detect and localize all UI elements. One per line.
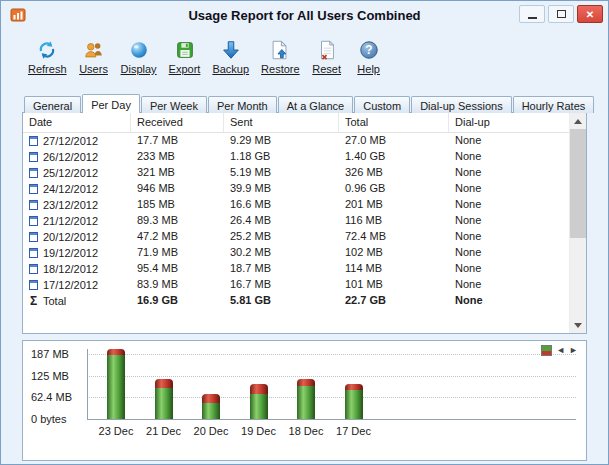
dialup-cell: None xyxy=(449,197,569,213)
total-cell: 27.0 MB xyxy=(339,133,449,149)
tab-per-week[interactable]: Per Week xyxy=(141,96,207,113)
backup-button[interactable]: Backup xyxy=(207,35,254,77)
tab-hourly-rates[interactable]: Hourly Rates xyxy=(513,96,595,113)
sent-bar-segment xyxy=(202,394,220,403)
table-row[interactable]: 20/12/201247.2 MB25.2 MB72.4 MBNone xyxy=(23,229,569,245)
scroll-left-arrow-icon[interactable]: ◄ xyxy=(556,346,565,355)
help-label: Help xyxy=(357,63,380,75)
y-axis-tick-label: 62.4 MB xyxy=(31,391,72,403)
display-button[interactable]: Display xyxy=(116,35,162,77)
col-header-date[interactable]: Date xyxy=(23,113,131,132)
refresh-button[interactable]: Refresh xyxy=(23,35,72,77)
table-row[interactable]: 18/12/201295.4 MB18.7 MB114 MBNone xyxy=(23,261,569,277)
scrollbar-track[interactable] xyxy=(570,129,586,317)
total-cell: 116 MB xyxy=(339,213,449,229)
gridline xyxy=(87,354,576,355)
sent-cell: 16.7 MB xyxy=(224,277,339,293)
users-button[interactable]: Users xyxy=(74,35,114,77)
sent-cell: 16.6 MB xyxy=(224,197,339,213)
total-cell: 72.4 MB xyxy=(339,229,449,245)
users-icon xyxy=(83,38,105,62)
date-text: 20/12/2012 xyxy=(43,231,98,243)
table-body: 27/12/201217.7 MB9.29 MB27.0 MBNone26/12… xyxy=(23,133,569,309)
scroll-down-button[interactable] xyxy=(570,317,586,333)
sent-bar-segment xyxy=(155,379,173,388)
table-row[interactable]: 21/12/201289.3 MB26.4 MB116 MBNone xyxy=(23,213,569,229)
refresh-label: Refresh xyxy=(28,63,67,75)
y-axis-tick-label: 125 MB xyxy=(31,370,69,382)
received-cell: 233 MB xyxy=(131,149,224,165)
scroll-right-arrow-icon[interactable]: ► xyxy=(569,346,578,355)
table-row[interactable]: 17/12/201283.9 MB16.7 MB101 MBNone xyxy=(23,277,569,293)
calendar-icon xyxy=(29,248,38,258)
dialup-cell: None xyxy=(449,149,569,165)
table-row[interactable]: 19/12/201271.9 MB30.2 MB102 MBNone xyxy=(23,245,569,261)
date-cell: 25/12/2012 xyxy=(23,165,131,181)
received-bar-segment xyxy=(155,388,173,419)
scrollbar-thumb[interactable] xyxy=(570,129,586,238)
sent-bar-segment xyxy=(250,384,268,394)
close-icon: ✕ xyxy=(586,9,594,20)
tab-at-a-glance[interactable]: At a Glance xyxy=(278,96,353,113)
restore-label: Restore xyxy=(261,63,300,75)
minimize-icon xyxy=(528,17,537,19)
table-header: Date Received Sent Total Dial-up xyxy=(23,113,569,133)
table-total-row[interactable]: ΣTotal16.9 GB5.81 GB22.7 GBNone xyxy=(23,293,569,309)
date-text: 27/12/2012 xyxy=(43,135,98,147)
x-axis-tick-label: 17 Dec xyxy=(331,425,377,437)
received-cell: 946 MB xyxy=(131,181,224,197)
table-scrollbar[interactable] xyxy=(569,113,586,333)
reset-button[interactable]: Reset xyxy=(307,35,347,77)
up-arrow-icon xyxy=(574,119,582,124)
toolbar: Refresh Users xyxy=(1,29,608,91)
col-header-total[interactable]: Total xyxy=(339,113,449,132)
export-button[interactable]: Export xyxy=(164,35,206,77)
users-label: Users xyxy=(79,63,108,75)
scroll-up-button[interactable] xyxy=(570,113,586,129)
date-text: 17/12/2012 xyxy=(43,279,98,291)
col-header-sent[interactable]: Sent xyxy=(224,113,339,132)
date-text: 26/12/2012 xyxy=(43,151,98,163)
dialup-cell: None xyxy=(449,213,569,229)
export-icon xyxy=(174,38,196,62)
tab-custom[interactable]: Custom xyxy=(354,96,410,113)
restore-button[interactable]: Restore xyxy=(256,35,305,77)
maximize-button[interactable] xyxy=(548,5,574,23)
help-button[interactable]: ? Help xyxy=(349,35,389,77)
received-cell: 185 MB xyxy=(131,197,224,213)
restore-icon xyxy=(269,38,291,62)
calendar-icon xyxy=(29,168,38,178)
backup-label: Backup xyxy=(212,63,249,75)
table-row[interactable]: 27/12/201217.7 MB9.29 MB27.0 MBNone xyxy=(23,133,569,149)
total-cell: 114 MB xyxy=(339,261,449,277)
close-button[interactable]: ✕ xyxy=(577,5,603,23)
date-text: 23/12/2012 xyxy=(43,199,98,211)
table-row[interactable]: 24/12/2012946 MB39.9 MB0.96 GBNone xyxy=(23,181,569,197)
tab-dial-up-sessions[interactable]: Dial-up Sessions xyxy=(411,96,512,113)
tab-per-month[interactable]: Per Month xyxy=(208,96,277,113)
table-row[interactable]: 26/12/2012233 MB1.18 GB1.40 GBNone xyxy=(23,149,569,165)
tab-general[interactable]: General xyxy=(24,96,81,113)
total-label-cell: ΣTotal xyxy=(23,293,131,309)
chart-legend: ◄ ► xyxy=(541,345,578,356)
total-sent-cell: 5.81 GB xyxy=(224,293,339,309)
col-header-received[interactable]: Received xyxy=(131,113,224,132)
chart-bar xyxy=(107,349,125,419)
tab-per-day[interactable]: Per Day xyxy=(82,94,140,113)
usage-table-panel: Date Received Sent Total Dial-up 27/12/2… xyxy=(22,112,587,334)
reset-label: Reset xyxy=(312,63,341,75)
date-cell: 27/12/2012 xyxy=(23,133,131,149)
export-label: Export xyxy=(169,63,201,75)
date-cell: 19/12/2012 xyxy=(23,245,131,261)
sent-cell: 1.18 GB xyxy=(224,149,339,165)
total-label: Total xyxy=(43,295,66,307)
col-header-dialup[interactable]: Dial-up xyxy=(449,113,569,132)
date-text: 19/12/2012 xyxy=(43,247,98,259)
refresh-icon xyxy=(36,38,58,62)
minimize-button[interactable] xyxy=(519,5,545,23)
table-row[interactable]: 25/12/2012321 MB5.19 MB326 MBNone xyxy=(23,165,569,181)
svg-text:?: ? xyxy=(365,43,372,57)
table-row[interactable]: 23/12/2012185 MB16.6 MB201 MBNone xyxy=(23,197,569,213)
sent-cell: 18.7 MB xyxy=(224,261,339,277)
received-cell: 95.4 MB xyxy=(131,261,224,277)
